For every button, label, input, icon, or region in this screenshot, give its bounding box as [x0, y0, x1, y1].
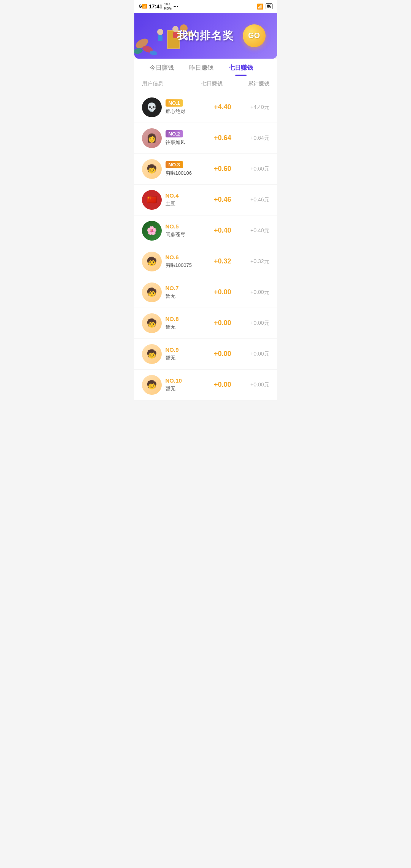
banner[interactable]: 我的排名奖 GO: [134, 13, 277, 59]
speed: 10.1KB/s: [164, 2, 172, 11]
seven-day-earn: +0.64: [207, 134, 238, 142]
user-info: NO.8 暂无: [162, 316, 207, 330]
avatar: 🇨🇳: [142, 190, 162, 210]
wifi-icon: 📶: [257, 3, 263, 10]
avatar-emoji: 🧒: [147, 318, 157, 328]
user-name: 土豆: [166, 200, 207, 207]
rank-badge: NO.5: [166, 223, 179, 230]
status-right: 📶 86: [257, 3, 272, 10]
table-row: 🧒 NO.10 暂无 +0.00 +0.00元: [134, 370, 277, 400]
user-name: 往事如风: [166, 139, 207, 146]
status-bar: G📶 17:41 10.1KB/s ··· 📶 86: [134, 0, 277, 13]
table-row: 🧒 NO.6 穷啦100075 +0.32 +0.32元: [134, 246, 277, 277]
rank-badge: NO.3: [166, 161, 183, 168]
user-name: 暂无: [166, 385, 207, 392]
seven-day-earn: +0.00: [207, 319, 238, 327]
banner-content: 我的排名奖 GO: [134, 13, 277, 59]
leaderboard-list: 💀 NO.1 痴心绝对 +4.40 +4.40元 👩 NO.2 往事如风 +0.…: [134, 92, 277, 400]
seven-day-earn: +0.32: [207, 257, 238, 265]
seven-day-earn: +4.40: [207, 103, 238, 111]
table-row: 🧒 NO.8 暂无 +0.00 +0.00元: [134, 308, 277, 339]
avatar: 🧒: [142, 375, 162, 395]
seven-day-earn: +0.60: [207, 165, 238, 173]
tab-yesterday[interactable]: 昨日赚钱: [182, 59, 221, 76]
avatar: 🧒: [142, 313, 162, 333]
avatar-emoji: 🌸: [147, 226, 157, 236]
banner-title: 我的排名奖: [177, 29, 234, 43]
avatar-emoji: 👩: [147, 133, 157, 143]
table-header: 用户信息 七日赚钱 累计赚钱: [134, 76, 277, 92]
user-name: 穷啦100106: [166, 170, 207, 177]
rank-badge: NO.10: [166, 377, 182, 384]
user-name: 暂无: [166, 324, 207, 330]
rank-badge: NO.9: [166, 346, 179, 353]
cumulative-earn: +0.32元: [238, 258, 269, 265]
banner-go-button[interactable]: GO: [243, 24, 266, 47]
col-header-seven: 七日赚钱: [193, 80, 231, 87]
time: 17:41: [149, 3, 162, 10]
cumulative-earn: +0.00元: [238, 320, 269, 327]
tab-today[interactable]: 今日赚钱: [142, 59, 182, 76]
tabs-bar: 今日赚钱 昨日赚钱 七日赚钱: [134, 59, 277, 76]
seven-day-earn: +0.00: [207, 350, 238, 358]
table-row: 🧒 NO.9 暂无 +0.00 +0.00元: [134, 339, 277, 370]
rank-badge: NO.2: [166, 130, 183, 137]
dots-icon: ···: [173, 3, 178, 10]
user-info: NO.4 土豆: [162, 192, 207, 207]
cumulative-earn: +0.40元: [238, 227, 269, 234]
avatar: 🧒: [142, 159, 162, 179]
cumulative-earn: +0.64元: [238, 135, 269, 142]
table-row: 🌸 NO.5 问鼎苍穹 +0.40 +0.40元: [134, 215, 277, 246]
avatar-emoji: 🇨🇳: [147, 195, 157, 205]
avatar-emoji: 🧒: [147, 164, 157, 174]
cumulative-earn: +0.46元: [238, 196, 269, 203]
user-info: NO.1 痴心绝对: [162, 99, 207, 115]
status-left: G📶 17:41 10.1KB/s ···: [139, 2, 178, 11]
seven-day-earn: +0.00: [207, 381, 238, 389]
rank-badge: NO.6: [166, 254, 179, 260]
user-info: NO.10 暂无: [162, 377, 207, 392]
avatar-emoji: 🧒: [147, 287, 157, 297]
user-info: NO.7 暂无: [162, 285, 207, 300]
rank-badge: NO.1: [166, 99, 183, 107]
table-row: 👩 NO.2 往事如风 +0.64 +0.64元: [134, 123, 277, 154]
user-name: 痴心绝对: [166, 108, 207, 115]
avatar: 🧒: [142, 282, 162, 302]
cumulative-earn: +4.40元: [238, 104, 269, 111]
avatar-emoji: 🧒: [147, 257, 157, 266]
table-row: 🇨🇳 NO.4 土豆 +0.46 +0.46元: [134, 185, 277, 215]
table-row: 🧒 NO.3 穷啦100106 +0.60 +0.60元: [134, 154, 277, 185]
user-name: 暂无: [166, 354, 207, 361]
seven-day-earn: +0.40: [207, 227, 238, 235]
user-info: NO.3 穷啦100106: [162, 161, 207, 177]
battery-icon: 86: [266, 3, 272, 9]
signal-icon: G📶: [139, 4, 148, 9]
table-row: 🧒 NO.7 暂无 +0.00 +0.00元: [134, 277, 277, 308]
user-name: 问鼎苍穹: [166, 231, 207, 238]
avatar-emoji: 💀: [147, 102, 157, 112]
table-row: 💀 NO.1 痴心绝对 +4.40 +4.40元: [134, 92, 277, 123]
col-header-total: 累计赚钱: [231, 80, 269, 87]
rank-badge: NO.4: [166, 192, 179, 199]
user-name: 穷啦100075: [166, 262, 207, 269]
tab-seven-days[interactable]: 七日赚钱: [221, 59, 261, 76]
col-header-user: 用户信息: [142, 80, 193, 87]
user-info: NO.5 问鼎苍穹: [162, 223, 207, 238]
cumulative-earn: +0.00元: [238, 289, 269, 296]
user-name: 暂无: [166, 293, 207, 300]
avatar-emoji: 🧒: [147, 380, 157, 390]
avatar: 🧒: [142, 252, 162, 271]
rank-badge: NO.8: [166, 316, 179, 322]
avatar: 🌸: [142, 221, 162, 241]
user-info: NO.6 穷啦100075: [162, 254, 207, 269]
avatar: 💀: [142, 97, 162, 117]
rank-badge: NO.7: [166, 285, 179, 291]
cumulative-earn: +0.00元: [238, 381, 269, 388]
avatar: 👩: [142, 128, 162, 148]
cumulative-earn: +0.60元: [238, 166, 269, 172]
user-info: NO.9 暂无: [162, 346, 207, 361]
user-info: NO.2 往事如风: [162, 130, 207, 146]
seven-day-earn: +0.00: [207, 288, 238, 296]
avatar: 🧒: [142, 344, 162, 364]
cumulative-earn: +0.00元: [238, 351, 269, 357]
